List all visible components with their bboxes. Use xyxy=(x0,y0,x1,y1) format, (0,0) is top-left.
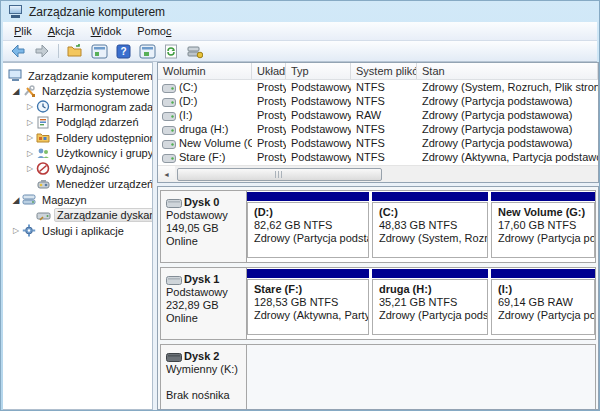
tree-item-shared-folders[interactable]: ▷ Foldery udostępnione xyxy=(3,130,152,146)
volume-icon xyxy=(162,125,176,134)
system-tools-icon xyxy=(22,85,37,98)
primary-partition-color-bar xyxy=(491,269,595,278)
menu-pomoc[interactable]: Pomoc xyxy=(129,23,179,39)
volume-icon xyxy=(162,153,176,162)
disk-row-0: Dysk 0 Podstawowy 149,05 GB Online (D:) … xyxy=(160,190,596,263)
menu-bar: Plik Akcja Widok Pomoc xyxy=(3,22,597,41)
column-header-stan[interactable]: Stan xyxy=(417,63,598,79)
column-header-wolumin[interactable]: Wolumin xyxy=(158,63,252,79)
tree-item-device-manager[interactable]: Menedżer urządzeń xyxy=(3,177,152,193)
tree-item-services-applications[interactable]: ▷ Usługi i aplikacje xyxy=(3,223,152,239)
scroll-left-icon[interactable]: ◄ xyxy=(158,166,175,182)
local-users-icon xyxy=(36,147,51,160)
event-viewer-icon xyxy=(36,116,51,129)
computer-management-window: Zarządzanie komputerem Plik Akcja Widok … xyxy=(0,0,600,411)
services-icon xyxy=(22,224,37,237)
column-header-system-plikow[interactable]: System plików xyxy=(351,63,417,79)
computer-icon xyxy=(8,69,23,82)
primary-partition-color-bar xyxy=(372,269,488,278)
primary-partition-color-bar xyxy=(372,192,488,201)
volume-icon xyxy=(162,111,176,120)
partition-f[interactable]: Stare (F:) 128,53 GB NTFS Zdrowy (Aktywn… xyxy=(247,269,369,335)
volume-row[interactable]: Stare (F:) Prosty Podstawowy NTFS Zdrowy… xyxy=(158,150,598,164)
column-header-typ[interactable]: Typ xyxy=(286,63,351,79)
volume-icon xyxy=(162,139,176,148)
volume-icon xyxy=(162,97,176,106)
scrollbar-thumb[interactable] xyxy=(177,168,382,181)
console-window-2-icon[interactable] xyxy=(137,42,157,60)
horizontal-scrollbar[interactable]: ◄ xyxy=(158,165,598,182)
tree-item-local-users-groups[interactable]: ▷ Użytkownicy i grupy lok xyxy=(3,146,152,162)
tree-item-disk-management[interactable]: Zarządzanie dyskami xyxy=(3,208,152,224)
primary-partition-color-bar xyxy=(491,192,595,201)
disk-icon xyxy=(166,198,182,207)
primary-partition-color-bar xyxy=(247,269,369,278)
task-scheduler-icon xyxy=(36,100,51,113)
disk-icon xyxy=(166,275,182,284)
disk-management-panel: Wolumin Układ Typ System plików Stan (C:… xyxy=(157,62,599,410)
tree-item-performance[interactable]: ▷ Wydajność xyxy=(3,161,152,177)
collapsed-arrow-icon[interactable]: ▷ xyxy=(10,226,22,235)
volume-row[interactable]: (C:) Prosty Podstawowy NTFS Zdrowy (Syst… xyxy=(158,80,598,94)
volume-list: Wolumin Układ Typ System plików Stan (C:… xyxy=(157,62,599,183)
disk-row-1: Dysk 1 Podstawowy 232,89 GB Online Stare… xyxy=(160,267,596,340)
removable-disk-icon xyxy=(166,352,182,361)
collapsed-arrow-icon[interactable]: ▷ xyxy=(24,102,36,111)
tree-item-storage[interactable]: ◢ Magazyn xyxy=(3,192,152,208)
collapsed-arrow-icon[interactable]: ▷ xyxy=(24,133,36,142)
menu-plik[interactable]: Plik xyxy=(6,23,40,39)
partition-c[interactable]: (C:) 48,83 GB NTFS Zdrowy (System, Rozru… xyxy=(372,192,488,258)
storage-icon xyxy=(22,193,37,206)
toolbar-separator xyxy=(58,44,59,58)
collapsed-arrow-icon[interactable]: ▷ xyxy=(24,149,36,158)
menu-akcja[interactable]: Akcja xyxy=(40,23,83,39)
no-media-area xyxy=(247,345,595,410)
disk-manage-icon[interactable] xyxy=(185,42,205,60)
disk-0-label[interactable]: Dysk 0 Podstawowy 149,05 GB Online xyxy=(161,191,247,262)
column-header-uklad[interactable]: Układ xyxy=(252,63,286,79)
tree-item-task-scheduler[interactable]: ▷ Harmonogram zadań xyxy=(3,99,152,115)
partition-h[interactable]: druga (H:) 35,21 GB NTFS Zdrowy (Partycj… xyxy=(372,269,488,335)
collapsed-arrow-icon[interactable]: ▷ xyxy=(24,164,36,173)
refresh-icon[interactable] xyxy=(161,42,181,60)
volume-icon xyxy=(162,83,176,92)
tree-item-event-viewer[interactable]: ▷ Podgląd zdarzeń xyxy=(3,115,152,131)
tree-item-system-tools[interactable]: ◢ Narzędzia systemowe xyxy=(3,84,152,100)
expanded-arrow-icon[interactable]: ◢ xyxy=(10,86,22,96)
performance-icon xyxy=(36,162,51,175)
app-icon xyxy=(8,5,24,19)
tree-item-computer-management-root[interactable]: Zarządzanie komputerem (loka xyxy=(3,68,152,84)
partition-d[interactable]: (D:) 82,62 GB NTFS Zdrowy (Partycja pods… xyxy=(247,192,369,258)
console-window-icon[interactable] xyxy=(89,42,109,60)
volume-row[interactable]: New Volume (G:) Prosty Podstawowy NTFS Z… xyxy=(158,136,598,150)
forward-icon[interactable] xyxy=(32,42,52,60)
graphical-disk-view: Dysk 0 Podstawowy 149,05 GB Online (D:) … xyxy=(157,186,599,410)
show-console-tree-folder-icon[interactable] xyxy=(65,42,85,60)
disk-management-icon xyxy=(36,209,51,222)
title-bar[interactable]: Zarządzanie komputerem xyxy=(1,1,599,22)
content-area: Zarządzanie komputerem (loka ◢ Narzędzia… xyxy=(3,62,599,410)
volume-list-header: Wolumin Układ Typ System plików Stan xyxy=(158,63,598,80)
console-tree: Zarządzanie komputerem (loka ◢ Narzędzia… xyxy=(3,62,153,410)
volume-row[interactable]: (I:) Prosty Podstawowy RAW Zdrowy (Party… xyxy=(158,108,598,122)
volume-row[interactable]: (D:) Prosty Podstawowy NTFS Zdrowy (Part… xyxy=(158,94,598,108)
partition-g[interactable]: New Volume (G:) 17,60 GB NTFS Zdrowy (Pa… xyxy=(491,192,595,258)
device-manager-icon xyxy=(36,178,51,191)
menu-widok[interactable]: Widok xyxy=(83,23,130,39)
disk-1-label[interactable]: Dysk 1 Podstawowy 232,89 GB Online xyxy=(161,268,247,339)
disk-row-2: Dysk 2 Wymienny (K:) Brak nośnika xyxy=(160,344,596,410)
partition-i[interactable]: (I:) 69,14 GB RAW Zdrowy (Partycja podst… xyxy=(491,269,595,335)
toolbar: ? xyxy=(3,41,597,62)
window-title: Zarządzanie komputerem xyxy=(29,5,165,19)
svg-text:?: ? xyxy=(120,46,126,57)
shared-folders-icon xyxy=(36,131,51,144)
back-icon[interactable] xyxy=(8,42,28,60)
help-icon[interactable]: ? xyxy=(113,42,133,60)
volume-row[interactable]: druga (H:) Prosty Podstawowy NTFS Zdrowy… xyxy=(158,122,598,136)
expanded-arrow-icon[interactable]: ◢ xyxy=(10,195,22,205)
primary-partition-color-bar xyxy=(247,192,369,201)
disk-2-label[interactable]: Dysk 2 Wymienny (K:) Brak nośnika xyxy=(161,345,247,410)
collapsed-arrow-icon[interactable]: ▷ xyxy=(24,118,36,127)
